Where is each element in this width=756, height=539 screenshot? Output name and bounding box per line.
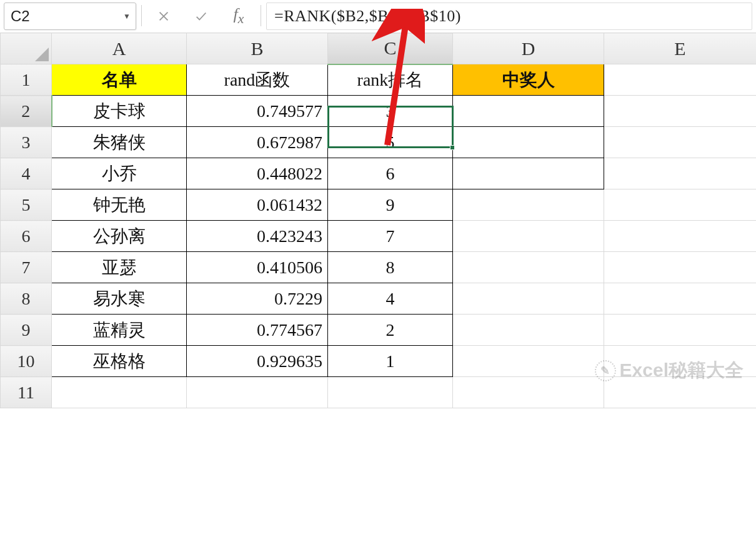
name-box-text: C2 xyxy=(11,8,123,25)
cell-A6[interactable]: 公孙离 xyxy=(52,221,187,252)
cell-D11[interactable] xyxy=(453,377,604,408)
cell-B5[interactable]: 0.061432 xyxy=(187,189,328,221)
cancel-button[interactable] xyxy=(147,3,181,30)
cell-C2[interactable]: 3 xyxy=(328,96,453,127)
cell-A1[interactable]: 名单 xyxy=(52,64,187,96)
row-header-8[interactable]: 8 xyxy=(1,283,52,315)
cell-B6[interactable]: 0.423243 xyxy=(187,221,328,252)
cell-A11[interactable] xyxy=(52,377,187,408)
cell-E9[interactable] xyxy=(604,315,757,346)
grid-body: 1名单rand函数rank排名中奖人2皮卡球0.74957733朱猪侠0.672… xyxy=(1,64,757,408)
col-header-A[interactable]: A xyxy=(52,33,187,64)
cell-C8[interactable]: 4 xyxy=(328,283,453,315)
x-icon xyxy=(157,9,171,23)
fx-button[interactable]: fx xyxy=(222,3,256,30)
cell-D4[interactable] xyxy=(453,158,604,189)
formula-input[interactable]: =RANK($B2,$B$2:$B$10) xyxy=(266,3,752,30)
col-header-D[interactable]: D xyxy=(453,33,604,64)
cell-A4[interactable]: 小乔 xyxy=(52,158,187,189)
col-header-B[interactable]: B xyxy=(187,33,328,64)
cell-E3[interactable] xyxy=(604,127,757,158)
formula-bar: C2 ▼ fx =RANK($B2,$B$2:$B$10) xyxy=(0,0,756,33)
cell-B2[interactable]: 0.749577 xyxy=(187,96,328,127)
cell-E5[interactable] xyxy=(604,189,757,221)
cell-B1[interactable]: rand函数 xyxy=(187,64,328,96)
cell-E8[interactable] xyxy=(604,283,757,315)
row-header-10[interactable]: 10 xyxy=(1,346,52,377)
column-header-row: ABCDE xyxy=(1,33,757,64)
cell-B3[interactable]: 0.672987 xyxy=(187,127,328,158)
col-header-E[interactable]: E xyxy=(604,33,757,64)
cell-D3[interactable] xyxy=(453,127,604,158)
row-header-3[interactable]: 3 xyxy=(1,127,52,158)
row-header-7[interactable]: 7 xyxy=(1,252,52,283)
cell-C5[interactable]: 9 xyxy=(328,189,453,221)
cell-B9[interactable]: 0.774567 xyxy=(187,315,328,346)
cell-A3[interactable]: 朱猪侠 xyxy=(52,127,187,158)
cell-C10[interactable]: 1 xyxy=(328,346,453,377)
row-2: 2皮卡球0.7495773 xyxy=(1,96,757,127)
row-1: 1名单rand函数rank排名中奖人 xyxy=(1,64,757,96)
cell-B8[interactable]: 0.7229 xyxy=(187,283,328,315)
row-5: 5钟无艳0.0614329 xyxy=(1,189,757,221)
cell-D8[interactable] xyxy=(453,283,604,315)
cell-B10[interactable]: 0.929635 xyxy=(187,346,328,377)
name-box[interactable]: C2 ▼ xyxy=(4,3,136,30)
cell-C9[interactable]: 2 xyxy=(328,315,453,346)
cell-E1[interactable] xyxy=(604,64,757,96)
row-9: 9蓝精灵0.7745672 xyxy=(1,315,757,346)
cell-C3[interactable]: 5 xyxy=(328,127,453,158)
separator xyxy=(261,5,261,26)
row-6: 6公孙离0.4232437 xyxy=(1,221,757,252)
cell-A10[interactable]: 巫格格 xyxy=(52,346,187,377)
cell-C6[interactable]: 7 xyxy=(328,221,453,252)
cell-A5[interactable]: 钟无艳 xyxy=(52,189,187,221)
cell-B11[interactable] xyxy=(187,377,328,408)
check-icon xyxy=(194,9,208,23)
row-header-1[interactable]: 1 xyxy=(1,64,52,96)
cell-A2[interactable]: 皮卡球 xyxy=(52,96,187,127)
row-8: 8易水寒0.72294 xyxy=(1,283,757,315)
cell-E6[interactable] xyxy=(604,221,757,252)
cell-C11[interactable] xyxy=(328,377,453,408)
select-all-corner[interactable] xyxy=(1,33,52,64)
cell-D6[interactable] xyxy=(453,221,604,252)
fx-icon: fx xyxy=(234,5,244,27)
row-header-6[interactable]: 6 xyxy=(1,221,52,252)
row-header-11[interactable]: 11 xyxy=(1,377,52,408)
cell-C7[interactable]: 8 xyxy=(328,252,453,283)
cell-D7[interactable] xyxy=(453,252,604,283)
formula-text: =RANK($B2,$B$2:$B$10) xyxy=(274,7,461,26)
cell-D10[interactable] xyxy=(453,346,604,377)
row-header-9[interactable]: 9 xyxy=(1,315,52,346)
row-header-4[interactable]: 4 xyxy=(1,158,52,189)
cell-C1[interactable]: rank排名 xyxy=(328,64,453,96)
col-header-C[interactable]: C xyxy=(328,33,453,64)
spreadsheet-grid[interactable]: ABCDE 1名单rand函数rank排名中奖人2皮卡球0.74957733朱猪… xyxy=(0,33,756,408)
cell-E7[interactable] xyxy=(604,252,757,283)
cell-E4[interactable] xyxy=(604,158,757,189)
watermark-text: Excel秘籍大全 xyxy=(620,358,744,383)
row-header-2[interactable]: 2 xyxy=(1,96,52,127)
cell-D9[interactable] xyxy=(453,315,604,346)
cell-D2[interactable] xyxy=(453,96,604,127)
row-7: 7亚瑟0.4105068 xyxy=(1,252,757,283)
separator xyxy=(141,5,142,26)
cell-D5[interactable] xyxy=(453,189,604,221)
row-4: 4小乔0.4480226 xyxy=(1,158,757,189)
cell-E2[interactable] xyxy=(604,96,757,127)
cell-B7[interactable]: 0.410506 xyxy=(187,252,328,283)
cell-A9[interactable]: 蓝精灵 xyxy=(52,315,187,346)
watermark: ✎ Excel秘籍大全 xyxy=(595,358,744,383)
cell-A7[interactable]: 亚瑟 xyxy=(52,252,187,283)
watermark-icon: ✎ xyxy=(595,360,616,381)
enter-button[interactable] xyxy=(184,3,218,30)
cell-C4[interactable]: 6 xyxy=(328,158,453,189)
cell-B4[interactable]: 0.448022 xyxy=(187,158,328,189)
row-header-5[interactable]: 5 xyxy=(1,189,52,221)
name-box-dropdown-icon[interactable]: ▼ xyxy=(123,12,131,21)
cell-A8[interactable]: 易水寒 xyxy=(52,283,187,315)
row-3: 3朱猪侠0.6729875 xyxy=(1,127,757,158)
cell-D1[interactable]: 中奖人 xyxy=(453,64,604,96)
